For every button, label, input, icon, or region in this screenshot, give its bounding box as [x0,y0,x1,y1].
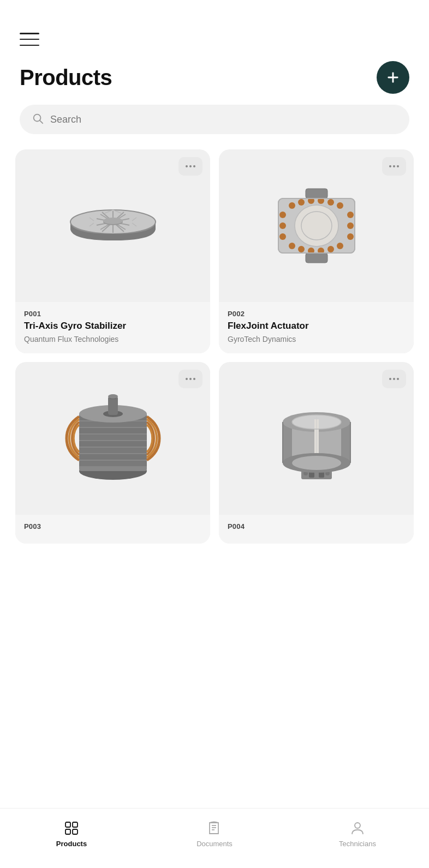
book-icon [206,820,223,836]
search-container [20,105,409,134]
product-card[interactable]: P001 Tri-Axis Gyro Stabilizer Quantum Fl… [15,149,210,353]
svg-point-36 [337,243,343,249]
product-more-button-3[interactable] [178,370,202,388]
svg-line-3 [40,120,43,123]
svg-point-73 [292,456,341,470]
svg-rect-74 [65,822,70,827]
product-image-area-4 [219,362,414,515]
svg-point-39 [279,233,286,240]
svg-point-38 [279,222,286,229]
nav-label-technicians: Technicians [339,840,376,848]
product-image-4 [262,384,371,493]
product-id-3: P003 [24,522,201,531]
product-name-1: Tri-Axis Gyro Stabilizer [24,320,201,331]
product-more-button-2[interactable] [382,157,406,176]
add-product-button[interactable] [377,61,409,94]
product-more-button-1[interactable] [178,157,202,176]
svg-point-29 [327,199,334,206]
svg-rect-76 [65,829,70,834]
product-card-3[interactable]: P003 [15,362,210,544]
svg-point-15 [103,218,123,224]
svg-rect-54 [79,448,147,453]
svg-rect-56 [79,461,147,466]
svg-rect-75 [73,822,78,827]
svg-point-32 [298,246,305,252]
page-title: Products [20,65,112,90]
svg-point-37 [279,212,286,218]
product-card-4[interactable]: P004 [219,362,414,544]
nav-label-documents: Documents [196,840,233,848]
svg-point-61 [108,394,118,399]
svg-rect-55 [79,454,147,460]
product-image-area-2 [219,149,414,302]
search-icon [32,112,44,126]
product-image-area-1 [15,149,210,302]
bottom-nav: Products Documents Technicians [0,808,429,868]
page-header: Products [0,46,429,105]
svg-point-42 [347,233,354,240]
product-company-1: Quantum Flux Technologies [24,335,201,343]
svg-rect-51 [79,428,147,433]
svg-point-81 [355,823,360,828]
svg-rect-53 [79,441,147,447]
product-id-4: P004 [228,522,405,531]
grid-icon [63,820,80,836]
search-input[interactable] [50,114,397,125]
product-info-1: P001 Tri-Axis Gyro Stabilizer Quantum Fl… [15,302,210,353]
top-bar [0,0,429,46]
product-image-1 [58,171,168,280]
product-more-button-4[interactable] [382,370,406,388]
product-id-2: P002 [228,310,405,318]
product-image-3 [58,384,168,493]
search-bar [20,105,409,134]
svg-point-30 [337,202,343,209]
product-image-area-3 [15,362,210,515]
svg-rect-52 [79,435,147,440]
nav-label-products: Products [56,840,87,848]
menu-button[interactable] [20,33,39,46]
svg-point-31 [289,243,295,249]
person-icon [349,820,366,836]
product-info-3: P003 [15,515,210,544]
product-name-2: FlexJoint Actuator [228,320,405,331]
svg-point-41 [347,222,354,229]
nav-item-products[interactable]: Products [0,820,143,848]
svg-point-25 [289,202,295,209]
svg-rect-59 [108,396,118,415]
product-image-2 [262,171,371,280]
product-info-4: P004 [219,515,414,544]
nav-item-technicians[interactable]: Technicians [286,820,429,848]
nav-item-documents[interactable]: Documents [143,820,286,848]
product-company-2: GyroTech Dynamics [228,335,405,343]
svg-point-26 [298,199,305,206]
svg-rect-44 [306,189,327,198]
product-id-1: P001 [24,310,201,318]
product-card-2[interactable]: P002 FlexJoint Actuator GyroTech Dynamic… [219,149,414,353]
products-grid: P001 Tri-Axis Gyro Stabilizer Quantum Fl… [0,149,429,609]
svg-rect-43 [306,253,327,263]
svg-rect-77 [73,829,78,834]
svg-point-40 [347,212,354,218]
product-info-2: P002 FlexJoint Actuator GyroTech Dynamic… [219,302,414,353]
svg-point-35 [327,246,334,252]
